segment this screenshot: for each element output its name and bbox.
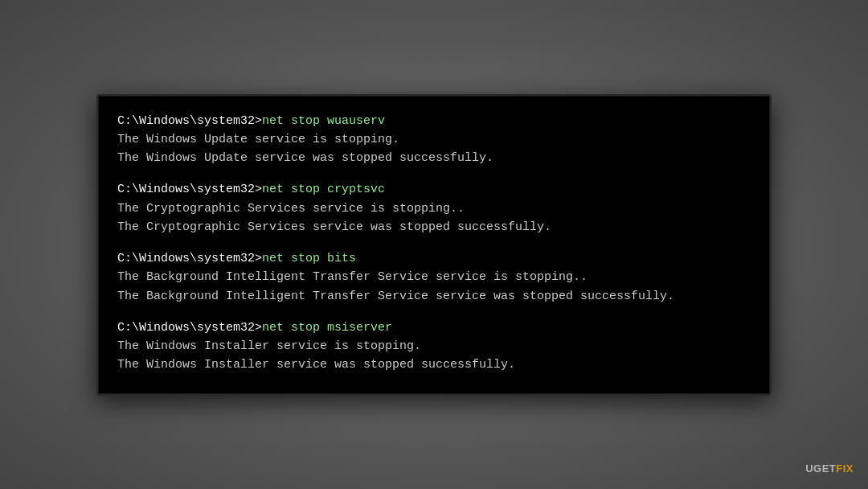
- output-line-1-1: The Cryptographic Services service was s…: [117, 218, 751, 236]
- spacer-2: [117, 306, 751, 318]
- command-line-1: C:\Windows\system32>net stop cryptsvc: [117, 180, 751, 199]
- watermark: UGETFIX: [805, 462, 854, 475]
- watermark-u: U: [805, 462, 813, 475]
- command-text-2: net stop bits: [262, 252, 356, 265]
- terminal-window: C:\Windows\system32>net stop wuauservThe…: [96, 94, 772, 396]
- command-text-1: net stop cryptsvc: [262, 183, 385, 196]
- watermark-fix: FIX: [836, 462, 854, 475]
- spacer-0: [117, 167, 751, 180]
- prompt-0: C:\Windows\system32>: [117, 114, 262, 128]
- output-line-2-1: The Background Intelligent Transfer Serv…: [117, 287, 751, 306]
- command-text-3: net stop msiserver: [262, 321, 392, 335]
- output-line-1-0: The Cryptographic Services service is st…: [117, 199, 751, 218]
- background: C:\Windows\system32>net stop wuauservThe…: [0, 0, 868, 489]
- watermark-get: GET: [813, 462, 836, 475]
- output-line-3-1: The Windows Installer service was stoppe…: [117, 355, 751, 374]
- prompt-1: C:\Windows\system32>: [117, 183, 262, 196]
- output-line-0-1: The Windows Update service was stopped s…: [117, 149, 751, 167]
- command-text-0: net stop wuauserv: [262, 114, 385, 128]
- output-line-3-0: The Windows Installer service is stoppin…: [117, 337, 751, 355]
- output-line-0-0: The Windows Update service is stopping.: [117, 130, 751, 149]
- command-line-2: C:\Windows\system32>net stop bits: [117, 249, 751, 268]
- prompt-2: C:\Windows\system32>: [117, 252, 262, 265]
- output-line-2-0: The Background Intelligent Transfer Serv…: [117, 268, 751, 286]
- command-line-0: C:\Windows\system32>net stop wuauserv: [117, 112, 751, 130]
- prompt-3: C:\Windows\system32>: [117, 321, 262, 335]
- command-line-3: C:\Windows\system32>net stop msiserver: [117, 318, 751, 337]
- spacer-1: [117, 236, 751, 249]
